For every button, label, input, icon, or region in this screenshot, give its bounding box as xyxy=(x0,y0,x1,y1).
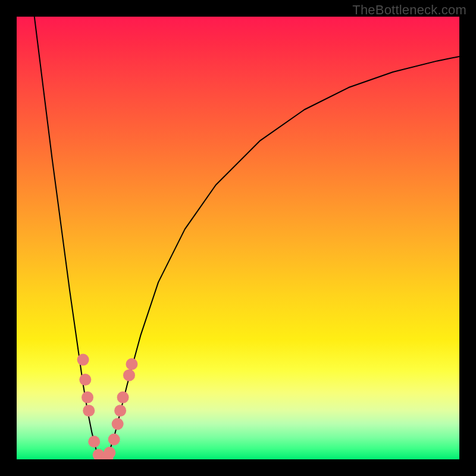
plot-area xyxy=(17,17,459,459)
chart-frame: TheBottleneck.com xyxy=(0,0,476,476)
chart-svg xyxy=(17,17,459,459)
watermark-text: TheBottleneck.com xyxy=(352,2,466,18)
data-marker xyxy=(104,447,115,459)
data-marker xyxy=(114,405,126,416)
data-marker xyxy=(112,418,124,430)
data-marker xyxy=(108,434,120,446)
data-marker xyxy=(83,405,95,416)
curve-layer xyxy=(35,17,459,459)
data-marker xyxy=(79,374,91,386)
bottleneck-curve xyxy=(35,17,459,459)
data-marker xyxy=(123,369,135,381)
data-marker xyxy=(126,358,137,370)
data-marker xyxy=(88,436,100,447)
data-marker xyxy=(77,354,89,366)
data-marker xyxy=(82,392,93,403)
data-marker xyxy=(117,392,129,403)
marker-layer xyxy=(77,354,138,459)
